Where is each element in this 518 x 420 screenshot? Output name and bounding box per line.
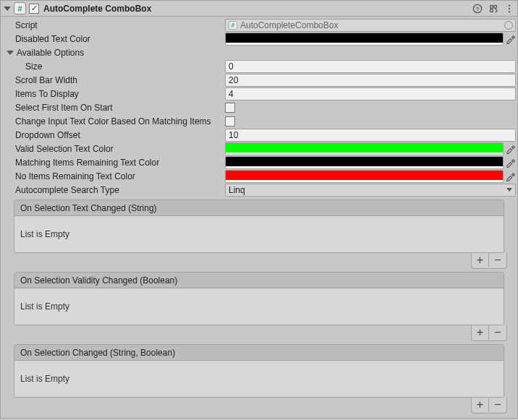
svg-point-4 — [509, 11, 510, 12]
dropdown-offset-input[interactable]: 10 — [225, 129, 516, 142]
color-alpha-bar — [226, 180, 503, 182]
svg-point-3 — [509, 7, 510, 9]
select-value: Linq — [229, 185, 245, 195]
change-input-text-color-checkbox[interactable] — [225, 116, 235, 127]
event-add-remove-group: + − — [471, 253, 507, 269]
script-label: Script — [15, 20, 225, 30]
remove-listener-button[interactable]: − — [489, 253, 506, 267]
event-title: On Selection Changed (String, Boolean) — [20, 348, 175, 358]
event-footer: + − — [2, 398, 516, 413]
eyedropper-icon[interactable] — [505, 171, 516, 182]
script-type-icon: # — [14, 2, 26, 14]
select-first-item-checkbox[interactable] — [225, 103, 235, 113]
autocomplete-search-type-select[interactable]: Linq — [225, 184, 516, 197]
matching-remaining-color-label: Matching Items Remaining Text Color — [15, 158, 225, 168]
component-title: AutoComplete ComboBox — [42, 4, 470, 14]
row-scroll-bar-width: Scroll Bar Width 20 — [2, 73, 516, 87]
remove-listener-button[interactable]: − — [489, 398, 506, 412]
row-available-options[interactable]: Available Options — [2, 46, 516, 59]
svg-point-2 — [509, 4, 510, 6]
row-size: Size 0 — [2, 59, 516, 73]
event-on-selection-validity-changed: On Selection Validity Changed (Boolean) … — [14, 272, 504, 325]
color-alpha-bar — [226, 43, 503, 45]
no-items-color-field[interactable] — [225, 170, 504, 183]
items-to-display-input[interactable]: 4 — [225, 87, 516, 100]
component-autocomplete-combobox: # AutoComplete ComboBox ? Script # AutoC… — [0, 0, 518, 419]
matching-remaining-color-field[interactable] — [225, 156, 504, 169]
scroll-bar-width-label: Scroll Bar Width — [15, 75, 225, 85]
row-select-first-item: Select First Item On Start — [2, 100, 516, 114]
event-footer: + − — [2, 253, 516, 269]
row-disabled-text-color: Disabled Text Color — [2, 32, 516, 46]
row-dropdown-offset: Dropdown Offset 10 — [2, 128, 516, 142]
script-object-field[interactable]: # AutoCompleteComboBox — [225, 19, 516, 32]
script-field-value: AutoCompleteComboBox — [240, 20, 338, 30]
event-empty-text: List is Empty — [20, 229, 69, 239]
select-first-item-label: Select First Item On Start — [15, 103, 225, 113]
script-field-icon: # — [229, 21, 237, 30]
no-items-color-label: No Items Remaining Text Color — [15, 171, 225, 181]
help-icon[interactable]: ? — [472, 4, 483, 14]
color-alpha-bar — [226, 153, 503, 155]
chevron-down-icon — [506, 188, 512, 192]
row-autocomplete-search-type: Autocomplete Search Type Linq — [2, 183, 516, 197]
svg-text:?: ? — [476, 5, 480, 12]
eyedropper-icon[interactable] — [505, 33, 516, 45]
component-header[interactable]: # AutoComplete ComboBox ? — [1, 1, 517, 17]
add-listener-button[interactable]: + — [472, 325, 489, 340]
event-add-remove-group: + − — [471, 325, 507, 341]
object-picker-icon[interactable] — [504, 21, 513, 30]
remove-listener-button[interactable]: − — [489, 325, 506, 340]
disabled-text-color-field[interactable] — [225, 33, 504, 46]
available-options-label: Available Options — [17, 48, 84, 58]
scroll-bar-width-input[interactable]: 20 — [225, 74, 516, 87]
event-body: List is Empty — [14, 361, 504, 397]
event-empty-text: List is Empty — [20, 301, 69, 312]
row-change-input-text-color: Change Input Text Color Based On Matchin… — [2, 114, 516, 128]
event-title: On Selection Text Changed (String) — [20, 203, 157, 213]
color-alpha-bar — [226, 166, 503, 168]
event-empty-text: List is Empty — [20, 374, 69, 384]
foldout-icon — [7, 51, 14, 55]
event-header: On Selection Validity Changed (Boolean) — [14, 273, 504, 288]
size-input[interactable]: 0 — [225, 60, 516, 73]
event-header: On Selection Text Changed (String) — [14, 200, 504, 216]
row-no-items-color: No Items Remaining Text Color — [2, 169, 516, 183]
add-listener-button[interactable]: + — [472, 253, 489, 267]
eyedropper-icon[interactable] — [505, 143, 516, 155]
event-body: List is Empty — [14, 288, 504, 325]
event-title: On Selection Validity Changed (Boolean) — [20, 275, 177, 286]
eyedropper-icon[interactable] — [505, 157, 516, 168]
row-valid-selection-color: Valid Selection Text Color — [2, 142, 516, 155]
change-input-text-color-label: Change Input Text Color Based On Matchin… — [15, 116, 225, 127]
row-items-to-display: Items To Display 4 — [2, 87, 516, 100]
size-label: Size — [25, 61, 225, 72]
component-body: Script # AutoCompleteComboBox Disabled T… — [1, 17, 517, 418]
valid-selection-color-field[interactable] — [225, 142, 504, 155]
component-enabled-checkbox[interactable] — [29, 4, 39, 14]
add-listener-button[interactable]: + — [472, 398, 489, 412]
presets-icon[interactable] — [488, 4, 498, 14]
dropdown-offset-label: Dropdown Offset — [15, 130, 225, 140]
disabled-text-color-label: Disabled Text Color — [15, 34, 225, 44]
valid-selection-color-label: Valid Selection Text Color — [15, 144, 225, 154]
items-to-display-label: Items To Display — [15, 89, 225, 99]
row-matching-remaining-color: Matching Items Remaining Text Color — [2, 155, 516, 169]
row-script: Script # AutoCompleteComboBox — [2, 18, 516, 32]
event-body: List is Empty — [14, 216, 504, 252]
menu-icon[interactable] — [504, 4, 514, 14]
event-header: On Selection Changed (String, Boolean) — [14, 345, 504, 361]
event-footer: + − — [2, 325, 516, 341]
autocomplete-search-type-label: Autocomplete Search Type — [15, 185, 225, 195]
event-on-selection-changed: On Selection Changed (String, Boolean) L… — [14, 344, 504, 398]
event-on-selection-text-changed: On Selection Text Changed (String) List … — [14, 200, 504, 253]
event-add-remove-group: + − — [471, 398, 507, 413]
foldout-toggle-icon[interactable] — [4, 7, 11, 11]
